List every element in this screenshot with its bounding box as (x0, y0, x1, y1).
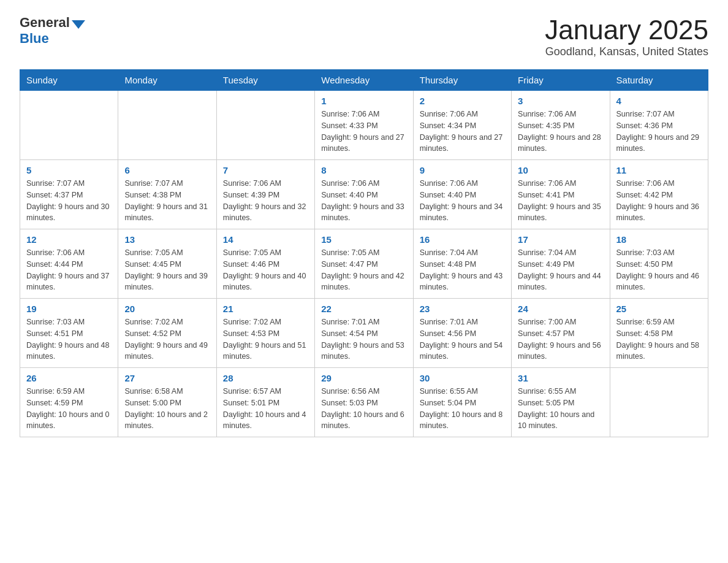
calendar-cell: 28Sunrise: 6:57 AM Sunset: 5:01 PM Dayli… (216, 368, 314, 437)
day-info: Sunrise: 7:03 AM Sunset: 4:51 PM Dayligh… (26, 316, 112, 362)
day-of-week-header: Saturday (610, 70, 708, 91)
calendar-cell: 18Sunrise: 7:03 AM Sunset: 4:50 PM Dayli… (610, 229, 708, 299)
day-info: Sunrise: 7:04 AM Sunset: 4:48 PM Dayligh… (420, 247, 505, 293)
calendar-cell: 7Sunrise: 7:06 AM Sunset: 4:39 PM Daylig… (216, 160, 314, 229)
day-number: 15 (321, 234, 406, 245)
day-info: Sunrise: 7:06 AM Sunset: 4:40 PM Dayligh… (420, 178, 505, 224)
day-of-week-header: Friday (512, 70, 610, 91)
day-info: Sunrise: 6:56 AM Sunset: 5:03 PM Dayligh… (321, 386, 406, 432)
day-number: 22 (321, 304, 406, 314)
calendar-cell (216, 91, 314, 160)
day-number: 14 (223, 234, 308, 245)
day-number: 28 (223, 373, 308, 383)
calendar-cell: 13Sunrise: 7:05 AM Sunset: 4:45 PM Dayli… (118, 229, 216, 299)
calendar-week-row: 26Sunrise: 6:59 AM Sunset: 4:59 PM Dayli… (20, 368, 708, 437)
day-number: 18 (616, 234, 702, 245)
calendar-cell: 17Sunrise: 7:04 AM Sunset: 4:49 PM Dayli… (512, 229, 610, 299)
day-number: 2 (420, 96, 505, 106)
day-number: 26 (26, 373, 112, 383)
calendar-week-row: 1Sunrise: 7:06 AM Sunset: 4:33 PM Daylig… (20, 91, 708, 160)
calendar-table: SundayMondayTuesdayWednesdayThursdayFrid… (20, 69, 708, 437)
calendar-cell: 23Sunrise: 7:01 AM Sunset: 4:56 PM Dayli… (413, 299, 511, 368)
calendar-cell: 22Sunrise: 7:01 AM Sunset: 4:54 PM Dayli… (315, 299, 413, 368)
day-info: Sunrise: 7:06 AM Sunset: 4:35 PM Dayligh… (518, 109, 603, 155)
day-info: Sunrise: 7:07 AM Sunset: 4:36 PM Dayligh… (616, 109, 702, 155)
calendar-cell (118, 91, 216, 160)
calendar-week-row: 19Sunrise: 7:03 AM Sunset: 4:51 PM Dayli… (20, 299, 708, 368)
day-info: Sunrise: 6:59 AM Sunset: 4:58 PM Dayligh… (616, 316, 702, 362)
day-info: Sunrise: 7:00 AM Sunset: 4:57 PM Dayligh… (518, 316, 603, 362)
day-number: 4 (616, 96, 702, 106)
calendar-cell: 6Sunrise: 7:07 AM Sunset: 4:38 PM Daylig… (118, 160, 216, 229)
calendar-cell: 25Sunrise: 6:59 AM Sunset: 4:58 PM Dayli… (610, 299, 708, 368)
calendar-cell: 15Sunrise: 7:05 AM Sunset: 4:47 PM Dayli… (315, 229, 413, 299)
day-number: 5 (26, 165, 112, 175)
day-of-week-header: Wednesday (315, 70, 413, 91)
calendar-cell: 12Sunrise: 7:06 AM Sunset: 4:44 PM Dayli… (20, 229, 118, 299)
calendar-cell (610, 368, 708, 437)
day-info: Sunrise: 7:04 AM Sunset: 4:49 PM Dayligh… (518, 247, 603, 293)
calendar-cell: 14Sunrise: 7:05 AM Sunset: 4:46 PM Dayli… (216, 229, 314, 299)
day-number: 13 (124, 234, 210, 245)
calendar-cell: 26Sunrise: 6:59 AM Sunset: 4:59 PM Dayli… (20, 368, 118, 437)
day-info: Sunrise: 6:59 AM Sunset: 4:59 PM Dayligh… (26, 386, 112, 432)
day-info: Sunrise: 7:06 AM Sunset: 4:44 PM Dayligh… (26, 247, 112, 293)
day-info: Sunrise: 6:57 AM Sunset: 5:01 PM Dayligh… (223, 386, 308, 432)
day-info: Sunrise: 7:06 AM Sunset: 4:40 PM Dayligh… (321, 178, 406, 224)
calendar-cell: 10Sunrise: 7:06 AM Sunset: 4:41 PM Dayli… (512, 160, 610, 229)
day-number: 25 (616, 304, 702, 314)
day-number: 23 (420, 304, 505, 314)
day-number: 10 (518, 165, 603, 175)
calendar-cell: 1Sunrise: 7:06 AM Sunset: 4:33 PM Daylig… (315, 91, 413, 160)
calendar-cell: 5Sunrise: 7:07 AM Sunset: 4:37 PM Daylig… (20, 160, 118, 229)
day-info: Sunrise: 7:07 AM Sunset: 4:37 PM Dayligh… (26, 178, 112, 224)
day-info: Sunrise: 7:06 AM Sunset: 4:42 PM Dayligh… (616, 178, 702, 224)
day-info: Sunrise: 7:06 AM Sunset: 4:33 PM Dayligh… (321, 109, 406, 155)
day-number: 21 (223, 304, 308, 314)
day-info: Sunrise: 6:55 AM Sunset: 5:05 PM Dayligh… (518, 386, 603, 432)
calendar-cell: 9Sunrise: 7:06 AM Sunset: 4:40 PM Daylig… (413, 160, 511, 229)
day-number: 30 (420, 373, 505, 383)
day-info: Sunrise: 7:06 AM Sunset: 4:41 PM Dayligh… (518, 178, 603, 224)
calendar-cell: 29Sunrise: 6:56 AM Sunset: 5:03 PM Dayli… (315, 368, 413, 437)
day-info: Sunrise: 7:01 AM Sunset: 4:56 PM Dayligh… (420, 316, 505, 362)
day-info: Sunrise: 7:05 AM Sunset: 4:46 PM Dayligh… (223, 247, 308, 293)
calendar-cell: 8Sunrise: 7:06 AM Sunset: 4:40 PM Daylig… (315, 160, 413, 229)
day-of-week-header: Tuesday (216, 70, 314, 91)
day-info: Sunrise: 7:05 AM Sunset: 4:47 PM Dayligh… (321, 247, 406, 293)
day-number: 11 (616, 165, 702, 175)
calendar-body: 1Sunrise: 7:06 AM Sunset: 4:33 PM Daylig… (20, 91, 708, 437)
title-block: January 2025 Goodland, Kansas, United St… (545, 15, 708, 58)
day-number: 7 (223, 165, 308, 175)
calendar-cell: 3Sunrise: 7:06 AM Sunset: 4:35 PM Daylig… (512, 91, 610, 160)
day-number: 3 (518, 96, 603, 106)
calendar-cell: 31Sunrise: 6:55 AM Sunset: 5:05 PM Dayli… (512, 368, 610, 437)
day-info: Sunrise: 6:58 AM Sunset: 5:00 PM Dayligh… (124, 386, 210, 432)
calendar-week-row: 12Sunrise: 7:06 AM Sunset: 4:44 PM Dayli… (20, 229, 708, 299)
day-of-week-header: Thursday (413, 70, 511, 91)
day-info: Sunrise: 7:03 AM Sunset: 4:50 PM Dayligh… (616, 247, 702, 293)
day-number: 20 (124, 304, 210, 314)
calendar-header: SundayMondayTuesdayWednesdayThursdayFrid… (20, 70, 708, 91)
day-number: 9 (420, 165, 505, 175)
calendar-cell: 24Sunrise: 7:00 AM Sunset: 4:57 PM Dayli… (512, 299, 610, 368)
month-title: January 2025 (545, 15, 708, 45)
day-info: Sunrise: 7:07 AM Sunset: 4:38 PM Dayligh… (124, 178, 210, 224)
day-number: 31 (518, 373, 603, 383)
calendar-cell: 19Sunrise: 7:03 AM Sunset: 4:51 PM Dayli… (20, 299, 118, 368)
day-number: 16 (420, 234, 505, 245)
day-info: Sunrise: 7:06 AM Sunset: 4:39 PM Dayligh… (223, 178, 308, 224)
calendar-cell (20, 91, 118, 160)
calendar-cell: 11Sunrise: 7:06 AM Sunset: 4:42 PM Dayli… (610, 160, 708, 229)
day-info: Sunrise: 6:55 AM Sunset: 5:04 PM Dayligh… (420, 386, 505, 432)
day-number: 29 (321, 373, 406, 383)
day-info: Sunrise: 7:02 AM Sunset: 4:53 PM Dayligh… (223, 316, 308, 362)
day-number: 8 (321, 165, 406, 175)
calendar-cell: 16Sunrise: 7:04 AM Sunset: 4:48 PM Dayli… (413, 229, 511, 299)
calendar-cell: 27Sunrise: 6:58 AM Sunset: 5:00 PM Dayli… (118, 368, 216, 437)
day-number: 17 (518, 234, 603, 245)
days-of-week-row: SundayMondayTuesdayWednesdayThursdayFrid… (20, 70, 708, 91)
calendar-week-row: 5Sunrise: 7:07 AM Sunset: 4:37 PM Daylig… (20, 160, 708, 229)
day-number: 6 (124, 165, 210, 175)
logo-arrow-icon (72, 20, 85, 29)
